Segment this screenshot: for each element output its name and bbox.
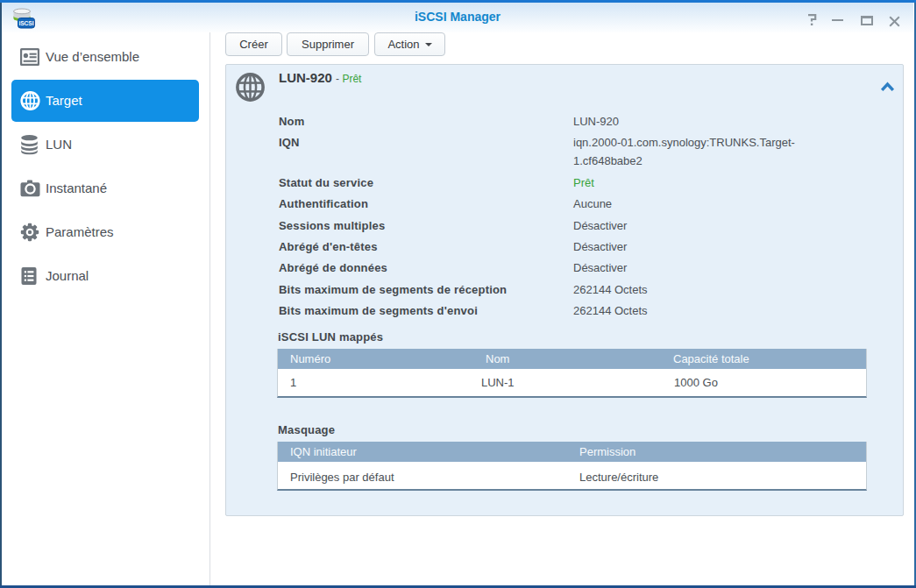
svg-text:iSCSI: iSCSI: [18, 20, 33, 26]
